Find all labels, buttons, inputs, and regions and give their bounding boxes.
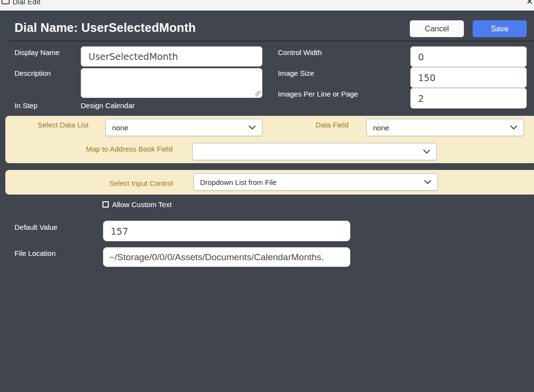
close-icon[interactable]: ✕ bbox=[526, 0, 533, 7]
data-field-dropdown[interactable]: none bbox=[366, 119, 524, 136]
titlebar: Dial Edit ✕ bbox=[0, 0, 534, 11]
allow-custom-text-label: Allow Custom Text bbox=[112, 200, 172, 209]
control-width-input[interactable] bbox=[410, 46, 527, 67]
images-per-line-label: Images Per Line or Page bbox=[278, 90, 358, 98]
window-icon bbox=[1, 0, 10, 4]
select-input-control-label: Select Input Control bbox=[109, 179, 173, 187]
map-address-book-dropdown[interactable] bbox=[192, 143, 437, 160]
dial-edit-window: Dial Edit ✕ Dial Name: UserSelectedMonth… bbox=[0, 0, 534, 392]
image-size-input[interactable] bbox=[410, 67, 527, 88]
default-value-input[interactable] bbox=[103, 221, 350, 241]
images-per-line-input[interactable] bbox=[410, 88, 527, 109]
cancel-button[interactable]: Cancel bbox=[410, 20, 464, 37]
map-address-book-label: Map to Address Book Field bbox=[86, 145, 173, 153]
select-data-list-dropdown[interactable]: none bbox=[105, 119, 262, 136]
data-field-value: none bbox=[373, 124, 389, 132]
chevron-down-icon bbox=[510, 126, 517, 129]
page-title: Dial Name: UserSelectedMonth bbox=[14, 21, 196, 35]
in-step-value: Design Calendar bbox=[81, 101, 135, 110]
display-name-label: Display Name bbox=[14, 48, 59, 56]
chevron-down-icon bbox=[423, 150, 430, 154]
chevron-down-icon bbox=[249, 126, 256, 129]
select-input-control-dropdown[interactable]: Dropdown List from File bbox=[193, 173, 438, 191]
in-step-label: In Step bbox=[14, 101, 38, 110]
file-location-label: File Location bbox=[14, 249, 56, 257]
allow-custom-text-checkbox[interactable] bbox=[102, 201, 109, 208]
default-value-label: Default Value bbox=[14, 223, 58, 231]
window-title: Dial Edit bbox=[13, 0, 41, 6]
data-field-label: Data Field bbox=[316, 121, 348, 129]
chevron-down-icon bbox=[424, 180, 431, 184]
description-textarea[interactable] bbox=[81, 68, 262, 98]
file-location-input[interactable] bbox=[103, 247, 350, 267]
display-name-input[interactable] bbox=[81, 46, 262, 67]
save-button[interactable]: Save bbox=[473, 20, 527, 37]
select-input-control-value: Dropdown List from File bbox=[200, 178, 276, 186]
description-label: Description bbox=[14, 69, 51, 77]
control-width-label: Control Width bbox=[278, 48, 322, 56]
select-data-list-value: none bbox=[112, 124, 128, 132]
image-size-label: Image Size bbox=[278, 69, 314, 77]
header-divider bbox=[9, 41, 534, 42]
select-data-list-label: Select Data List bbox=[38, 121, 88, 129]
